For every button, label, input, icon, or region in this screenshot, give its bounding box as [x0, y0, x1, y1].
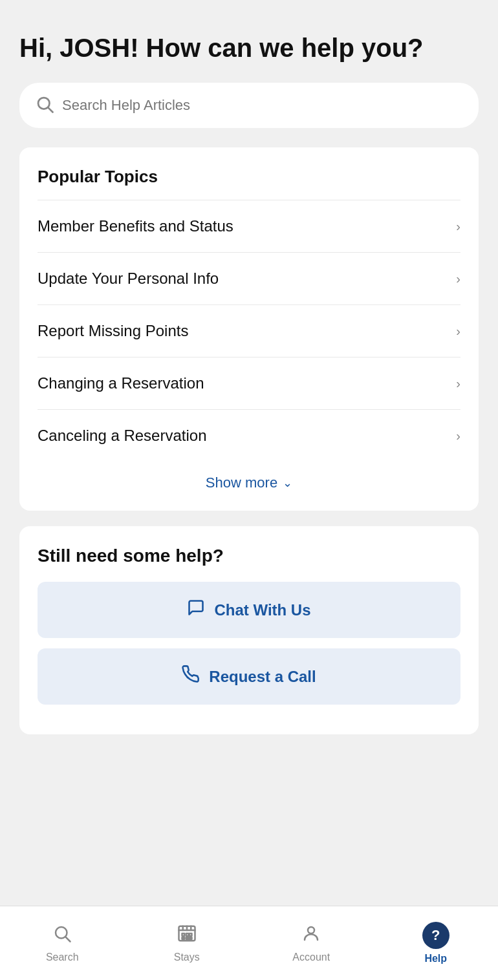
svg-rect-14: [189, 937, 192, 939]
topic-item-canceling-reservation[interactable]: Canceling a Reservation ›: [38, 409, 460, 462]
svg-rect-13: [186, 937, 189, 939]
greeting-heading: Hi, JOSH! How can we help you?: [19, 32, 479, 63]
topic-item-member-benefits[interactable]: Member Benefits and Status ›: [38, 200, 460, 252]
chevron-right-icon: ›: [456, 272, 460, 286]
chevron-right-icon: ›: [456, 324, 460, 339]
main-content: Hi, JOSH! How can we help you? Popular T…: [0, 0, 498, 980]
search-icon: [35, 94, 54, 116]
request-call-button[interactable]: Request a Call: [38, 648, 460, 705]
chat-icon: [187, 599, 205, 621]
svg-rect-11: [189, 933, 192, 936]
svg-line-3: [66, 937, 70, 941]
search-nav-label: Search: [46, 952, 79, 963]
chevron-right-icon: ›: [456, 376, 460, 391]
topic-item-personal-info[interactable]: Update Your Personal Info ›: [38, 252, 460, 304]
nav-stays[interactable]: Stays: [125, 906, 250, 980]
stays-nav-label: Stays: [174, 952, 200, 963]
account-nav-label: Account: [292, 952, 330, 963]
svg-line-1: [49, 108, 53, 112]
still-help-title: Still need some help?: [38, 546, 460, 566]
topic-label: Changing a Reservation: [38, 374, 204, 392]
topic-label: Update Your Personal Info: [38, 270, 219, 288]
popular-topics-title: Popular Topics: [38, 167, 460, 187]
nav-search[interactable]: Search: [0, 906, 125, 980]
nav-help[interactable]: ? Help: [374, 906, 499, 980]
bottom-nav: Search Stays: [0, 906, 498, 980]
topic-item-missing-points[interactable]: Report Missing Points ›: [38, 304, 460, 357]
chevron-down-icon: ⌄: [283, 476, 292, 490]
search-bar[interactable]: [19, 83, 479, 128]
svg-point-15: [308, 927, 314, 933]
stays-nav-icon: [177, 924, 197, 948]
popular-topics-card: Popular Topics Member Benefits and Statu…: [19, 147, 479, 511]
chevron-right-icon: ›: [456, 219, 460, 234]
search-nav-icon: [52, 924, 72, 948]
topic-label: Canceling a Reservation: [38, 427, 206, 445]
svg-rect-12: [182, 937, 184, 939]
chat-label: Chat With Us: [214, 601, 310, 619]
show-more-label: Show more: [206, 474, 277, 491]
topic-item-changing-reservation[interactable]: Changing a Reservation ›: [38, 357, 460, 409]
chevron-right-icon: ›: [456, 429, 460, 443]
svg-rect-9: [182, 933, 184, 936]
account-nav-icon: [301, 924, 321, 948]
nav-account[interactable]: Account: [249, 906, 374, 980]
help-nav-label: Help: [424, 953, 447, 964]
topic-label: Member Benefits and Status: [38, 217, 233, 235]
chat-with-us-button[interactable]: Chat With Us: [38, 582, 460, 638]
topic-label: Report Missing Points: [38, 322, 188, 340]
phone-icon: [182, 665, 200, 688]
still-need-help-card: Still need some help? Chat With Us Reque…: [19, 526, 479, 734]
show-more-button[interactable]: Show more ⌄: [38, 462, 460, 491]
help-nav-circle: ?: [422, 922, 449, 949]
call-label: Request a Call: [209, 668, 316, 686]
svg-rect-10: [186, 933, 189, 936]
search-help-input[interactable]: [62, 97, 463, 114]
